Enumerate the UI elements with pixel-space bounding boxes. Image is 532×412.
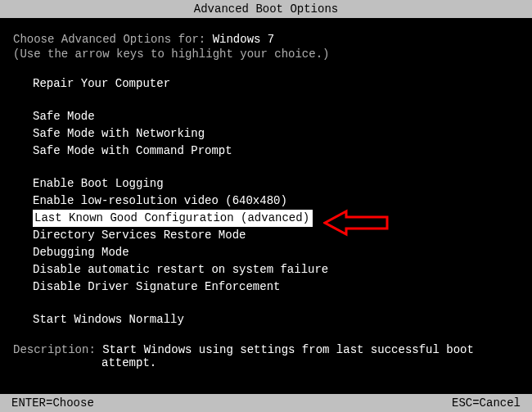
menu-gap xyxy=(33,93,519,108)
footer-enter: ENTER=Choose xyxy=(11,395,94,411)
prompt-os: Windows 7 xyxy=(213,33,275,46)
description-block: Description: Start Windows using setting… xyxy=(0,328,532,369)
footer-bar: ENTER=Choose ESC=Cancel xyxy=(0,394,532,412)
menu-row[interactable]: Safe Mode with Command Prompt xyxy=(33,143,519,160)
menu-row[interactable]: Disable Driver Signature Enforcement xyxy=(33,278,519,296)
menu-item[interactable]: Safe Mode xyxy=(33,108,98,125)
menu-gap xyxy=(33,160,519,175)
menu-item[interactable]: Repair Your Computer xyxy=(33,75,174,93)
menu-row[interactable]: Safe Mode xyxy=(33,108,519,125)
menu-row[interactable]: Enable low-resolution video (640x480) xyxy=(33,192,519,210)
menu-row[interactable]: Last Known Good Configuration (advanced) xyxy=(33,210,519,227)
menu-row[interactable]: Start Windows Normally xyxy=(33,311,519,328)
menu-item[interactable]: Directory Services Restore Mode xyxy=(33,227,249,244)
menu-item[interactable]: Disable automatic restart on system fail… xyxy=(33,261,331,278)
description-line1: Description: Start Windows using setting… xyxy=(13,343,519,356)
menu-row[interactable]: Repair Your Computer xyxy=(33,75,519,93)
menu-row[interactable]: Disable automatic restart on system fail… xyxy=(33,261,519,278)
prompt-prefix: Choose Advanced Options for: xyxy=(13,33,213,46)
menu-item[interactable]: Debugging Mode xyxy=(33,244,133,261)
menu-row[interactable]: Enable Boot Logging xyxy=(33,175,519,192)
description-text-1: Start Windows using settings from last s… xyxy=(102,343,474,356)
footer-esc: ESC=Cancel xyxy=(452,395,521,411)
description-label: Description: xyxy=(13,343,102,356)
prompt-line: Choose Advanced Options for: Windows 7 xyxy=(13,33,519,46)
menu-item[interactable]: Start Windows Normally xyxy=(33,311,187,328)
menu-item[interactable]: Last Known Good Configuration (advanced) xyxy=(33,210,313,227)
menu-row[interactable]: Safe Mode with Networking xyxy=(33,125,519,143)
boot-menu[interactable]: Repair Your ComputerSafe ModeSafe Mode w… xyxy=(13,75,519,328)
menu-item[interactable]: Disable Driver Signature Enforcement xyxy=(33,278,283,296)
menu-item[interactable]: Enable Boot Logging xyxy=(33,175,167,192)
content-area: Choose Advanced Options for: Windows 7 (… xyxy=(0,18,532,328)
title-bar: Advanced Boot Options xyxy=(0,0,532,18)
menu-item[interactable]: Safe Mode with Command Prompt xyxy=(33,143,236,160)
description-text-2: attempt. xyxy=(13,356,519,369)
menu-row[interactable]: Debugging Mode xyxy=(33,244,519,261)
menu-row[interactable]: Directory Services Restore Mode xyxy=(33,227,519,244)
hint-line: (Use the arrow keys to highlight your ch… xyxy=(13,48,519,61)
menu-gap xyxy=(33,296,519,311)
menu-item[interactable]: Enable low-resolution video (640x480) xyxy=(33,192,291,210)
menu-item[interactable]: Safe Mode with Networking xyxy=(33,125,208,143)
title-text: Advanced Boot Options xyxy=(194,2,338,16)
